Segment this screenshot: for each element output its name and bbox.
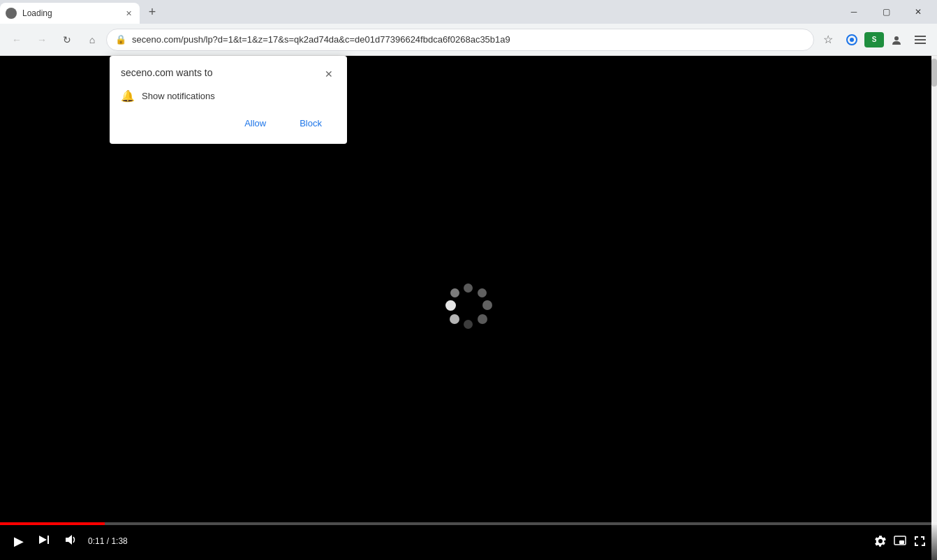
miniplayer-button[interactable]: [894, 535, 906, 547]
forward-button[interactable]: →: [31, 29, 53, 51]
back-button[interactable]: ←: [6, 29, 28, 51]
address-bar: ← → ↻ ⌂ 🔒 seceno.com/push/lp?d=1&t=1&z=1…: [0, 24, 937, 56]
svg-point-3: [894, 36, 899, 40]
allow-button[interactable]: Allow: [230, 114, 280, 133]
active-tab[interactable]: Loading ✕: [0, 3, 140, 24]
notification-popup: seceno.com wants to ✕ 🔔 Show notificatio…: [110, 56, 347, 144]
lock-icon: 🔒: [115, 34, 126, 45]
popup-feature-row: 🔔 Show notifications: [121, 89, 336, 103]
block-button[interactable]: Block: [286, 114, 336, 133]
title-bar: Loading ✕ + ─ ▢ ✕: [0, 0, 937, 24]
popup-actions: Allow Block: [121, 114, 336, 133]
scrollbar[interactable]: [931, 56, 937, 560]
bookmark-icon: ☆: [823, 33, 833, 46]
loading-spinner: [444, 283, 493, 332]
bookmark-button[interactable]: ☆: [817, 29, 839, 51]
menu-button[interactable]: [909, 29, 931, 51]
svg-rect-4: [47, 536, 49, 544]
window-controls: ─ ▢ ✕: [838, 0, 937, 24]
settings-button[interactable]: [874, 535, 887, 547]
skip-button[interactable]: [35, 531, 53, 552]
home-button[interactable]: ⌂: [81, 29, 103, 51]
bell-icon: 🔔: [121, 89, 135, 103]
svg-rect-6: [899, 540, 904, 544]
play-button[interactable]: ▶: [11, 531, 27, 552]
tab-close-button[interactable]: ✕: [123, 8, 134, 19]
new-tab-button[interactable]: +: [142, 2, 162, 22]
fullscreen-button[interactable]: [913, 535, 926, 547]
progress-bar[interactable]: [0, 522, 937, 525]
profile-button[interactable]: [885, 29, 908, 51]
tab-favicon: [6, 8, 17, 19]
progress-bar-fill: [0, 522, 105, 525]
popup-header: seceno.com wants to ✕: [121, 67, 336, 81]
refresh-icon: ↻: [63, 34, 71, 45]
volume-icon: [64, 533, 77, 550]
svg-point-2: [850, 38, 854, 42]
popup-close-button[interactable]: ✕: [322, 67, 336, 81]
refresh-button[interactable]: ↻: [56, 29, 78, 51]
address-bar-input[interactable]: 🔒 seceno.com/push/lp?d=1&t=1&z=17&s=qk2a…: [106, 29, 814, 51]
mute-button[interactable]: [61, 531, 80, 552]
tab-strip: Loading ✕ +: [0, 0, 838, 24]
back-icon: ←: [12, 34, 22, 45]
video-time: 0:11 / 1:38: [88, 536, 128, 546]
play-icon: ▶: [14, 533, 24, 549]
close-button[interactable]: ✕: [902, 0, 934, 24]
url-display: seceno.com/push/lp?d=1&t=1&z=17&s=qk2ad7…: [132, 34, 805, 45]
feature-text: Show notifications: [142, 91, 215, 101]
forward-icon: →: [37, 34, 47, 45]
extension-button-2[interactable]: S: [864, 32, 884, 47]
video-controls: ▶ 0:11 / 1:38: [0, 522, 937, 560]
video-controls-right: [874, 535, 926, 547]
skip-icon: [38, 533, 50, 550]
extension-button-1[interactable]: [841, 29, 863, 51]
scrollbar-thumb[interactable]: [931, 59, 937, 87]
popup-title: seceno.com wants to: [121, 67, 213, 78]
menu-icon: [915, 36, 926, 44]
toolbar-right: ☆ S: [817, 29, 931, 51]
minimize-button[interactable]: ─: [838, 0, 870, 24]
tab-title: Loading: [22, 8, 117, 18]
maximize-button[interactable]: ▢: [870, 0, 902, 24]
home-icon: ⌂: [89, 34, 95, 45]
browser-content: seceno.com wants to ✕ 🔔 Show notificatio…: [0, 56, 937, 560]
